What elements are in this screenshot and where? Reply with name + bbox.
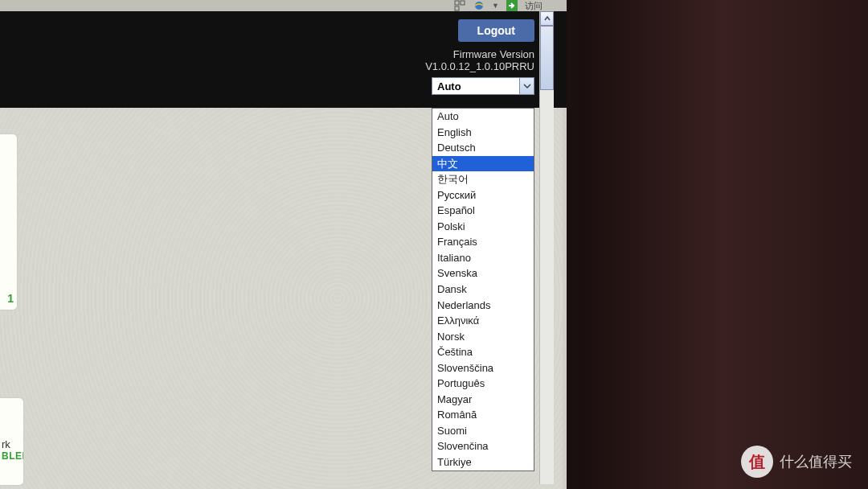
language-option[interactable]: Slovenščina	[432, 360, 534, 376]
language-option[interactable]: Deutsch	[432, 140, 534, 156]
ie-icon[interactable]	[473, 0, 485, 11]
svg-rect-0	[455, 1, 459, 5]
browser-toolbar: ▼ 访问	[0, 0, 567, 11]
monitor-viewport: ▼ 访问 Logout Firmware Version V1.0.0.12_1…	[0, 0, 579, 489]
side-status-fragment: BLED	[2, 450, 22, 462]
watermark: 值 什么值得买	[741, 446, 852, 478]
svg-rect-1	[461, 1, 465, 5]
language-option[interactable]: Română	[432, 407, 534, 423]
svg-rect-2	[455, 6, 459, 10]
firmware-version: V1.0.0.12_1.0.10PRRU	[425, 60, 534, 72]
language-option[interactable]: Português	[432, 376, 534, 392]
language-option[interactable]: Español	[432, 203, 534, 219]
scrollbar-thumb[interactable]	[540, 26, 554, 90]
language-option[interactable]: Italiano	[432, 250, 534, 266]
language-option[interactable]: Suomi	[432, 423, 534, 439]
language-option[interactable]: Čeština	[432, 344, 534, 360]
qr-icon	[453, 0, 466, 11]
language-option[interactable]: 한국어	[432, 171, 534, 187]
visit-label: 访问	[525, 0, 542, 12]
language-dropdown[interactable]: AutoEnglishDeutsch中文한국어PусскийEspañolPol…	[432, 108, 534, 471]
language-option[interactable]: Dansk	[432, 281, 534, 298]
language-option[interactable]: English	[432, 125, 534, 141]
vertical-scrollbar[interactable]	[539, 11, 554, 484]
language-option[interactable]: Slovenčina	[432, 438, 534, 454]
monitor-bezel	[579, 0, 868, 489]
scroll-up-button[interactable]	[540, 11, 554, 26]
language-option[interactable]: Norsk	[432, 329, 534, 345]
go-icon[interactable]	[506, 0, 518, 11]
logout-button[interactable]: Logout	[458, 19, 534, 42]
watermark-badge-icon: 值	[741, 446, 773, 478]
watermark-text: 什么值得买	[780, 452, 852, 471]
language-option[interactable]: Pусский	[432, 187, 534, 203]
language-option[interactable]: Auto	[432, 109, 534, 125]
language-option[interactable]: Türkiye	[432, 454, 534, 471]
side-panel: 1	[0, 134, 18, 310]
language-option[interactable]: Magyar	[432, 392, 534, 408]
firmware-label: Firmware Version	[453, 48, 534, 60]
chevron-down-icon	[519, 78, 534, 94]
language-option[interactable]: Ελληνικά	[432, 313, 534, 329]
language-option[interactable]: 中文	[432, 156, 534, 172]
language-select[interactable]: Auto	[432, 77, 534, 95]
language-option[interactable]: Polski	[432, 219, 534, 235]
page-header: Logout Firmware Version V1.0.0.12_1.0.10…	[0, 11, 567, 108]
side-panel-network: rk BLED	[0, 397, 24, 486]
ie-dropdown-arrow[interactable]: ▼	[492, 2, 499, 10]
side-count: 1	[7, 292, 14, 305]
language-option[interactable]: Svenska	[432, 265, 534, 281]
svg-point-3	[475, 2, 483, 10]
language-option[interactable]: Français	[432, 234, 534, 250]
side-label-fragment: rk	[2, 438, 22, 450]
language-select-value: Auto	[437, 80, 461, 92]
language-option[interactable]: Nederlands	[432, 298, 534, 314]
